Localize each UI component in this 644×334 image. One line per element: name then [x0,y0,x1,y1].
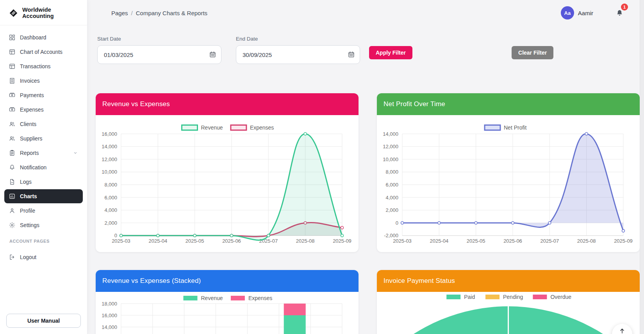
svg-text:Revenue: Revenue [201,124,223,131]
sidebar-item-notification[interactable]: Notification [4,160,83,174]
svg-text:2025-09: 2025-09 [614,238,633,244]
arrow-up-icon [619,327,626,334]
banknote-icon [9,106,16,113]
table-icon [9,63,16,70]
svg-text:2,000: 2,000 [104,220,117,226]
card-title: Revenue vs Expenses [102,100,170,108]
pie-chart: PaidPendingOverdue [377,292,640,334]
svg-text:2025-03: 2025-03 [112,238,130,244]
card-revenue-vs-expenses-stacked: Revenue vs Expenses (Stacked) 18,00016,0… [96,270,359,334]
bar-segment[interactable] [284,304,306,315]
banknote-icon [9,92,16,99]
sidebar-item-dashboard[interactable]: Dashboard [4,30,83,44]
sidebar-item-chart-of-accounts[interactable]: Chart of Accounts [4,45,83,59]
gem-icon [9,8,18,18]
svg-text:4,000: 4,000 [385,195,398,201]
sidebar-item-reports[interactable]: Reports [4,146,83,160]
svg-text:Paid: Paid [464,294,475,300]
apply-filter-button[interactable]: Apply Filter [369,46,412,59]
line-chart: 14,00012,00010,0008,0006,0004,0002,0000-… [377,115,640,250]
sidebar-item-charts[interactable]: Charts [4,189,83,203]
bar-segment[interactable] [284,315,306,334]
legend-item[interactable]: Paid [446,294,475,300]
avatar-initials: Aa [564,10,571,16]
breadcrumb: Pages / Company Charts & Reports [111,10,207,16]
sidebar-item-label: Dashboard [20,35,46,41]
legend-item[interactable]: Pending [485,294,523,300]
filter-bar: Start Date End Date Apply Filter Clear F… [97,36,644,64]
sidebar-item-invoices[interactable]: Invoices [4,74,83,88]
legend-item[interactable]: Expenses [231,124,274,131]
start-date-group: Start Date [97,36,221,64]
legend-item[interactable]: Overdue [533,294,571,300]
sidebar-item-label: Transactions [20,64,50,69]
sidebar-item-logs[interactable]: Logs [4,175,83,189]
svg-text:2025-09: 2025-09 [333,238,351,244]
bell-icon [9,164,16,171]
brand: Worldwide Accounting [0,0,87,25]
gear-icon [9,222,16,229]
stacked-bar-chart: 18,00016,00014,00012,00010,0008,0006,000… [96,292,359,334]
user-manual-button[interactable]: User Manual [6,314,81,328]
card-header: Net Profit Over Time [377,93,640,115]
svg-text:8,000: 8,000 [104,182,117,188]
end-date-input[interactable] [236,45,360,64]
bar-chart-icon [9,193,16,200]
sidebar-item-label: Notification [20,165,46,171]
legend-item[interactable]: Net Profit [485,124,526,131]
card-title: Net Profit Over Time [384,100,445,108]
svg-text:4,000: 4,000 [104,207,117,213]
legend-item[interactable]: Revenue [182,124,223,131]
legend-item[interactable]: Revenue [184,295,223,301]
charts-grid: Revenue vs Expenses 16,00014,00012,00010… [96,93,644,334]
sidebar-item-logout[interactable]: Logout [4,250,83,264]
report-icon [9,149,16,156]
invoice-status-pie-chart: PaidPendingOverdue [377,292,640,334]
users-icon [9,121,16,128]
calendar-icon[interactable] [209,51,216,58]
avatar[interactable]: Aa [561,6,574,20]
sidebar-item-settings[interactable]: Settings [4,218,83,232]
start-date-input[interactable] [97,45,221,64]
sidebar-item-payments[interactable]: Payments [4,88,83,102]
sidebar-item-expenses[interactable]: Expenses [4,103,83,117]
calendar-icon[interactable] [348,51,355,58]
table-icon [9,48,16,55]
breadcrumb-section[interactable]: Pages [111,10,128,16]
sidebar-item-label: Logout [20,254,36,260]
card-revenue-vs-expenses: Revenue vs Expenses 16,00014,00012,00010… [96,93,359,252]
svg-text:2025-06: 2025-06 [503,238,522,244]
sidebar-item-suppliers[interactable]: Suppliers [4,131,83,146]
sidebar-item-label: Settings [20,222,39,228]
svg-text:16,000: 16,000 [102,313,117,318]
dashboard-icon [9,34,16,41]
chevron-down-icon [72,150,78,156]
svg-text:16,000: 16,000 [102,131,117,137]
sidebar-item-transactions[interactable]: Transactions [4,59,83,73]
card-header: Invoice Payment Status [377,270,640,292]
svg-text:12,000: 12,000 [383,144,398,149]
svg-text:12,000: 12,000 [102,156,117,162]
clear-filter-button[interactable]: Clear Filter [512,46,553,59]
svg-text:10,000: 10,000 [102,169,117,175]
sidebar-item-label: Payments [20,92,44,98]
topbar: Pages / Company Charts & Reports Aa Aami… [87,0,644,20]
main-content: Pages / Company Charts & Reports Aa Aami… [87,0,644,334]
svg-text:2025-06: 2025-06 [222,238,241,244]
svg-text:Pending: Pending [503,294,523,300]
legend-item[interactable]: Expenses [231,295,272,301]
sidebar-item-clients[interactable]: Clients [4,117,83,131]
logout-icon [9,254,16,261]
svg-text:Overdue: Overdue [550,294,571,300]
svg-text:8,000: 8,000 [385,169,398,175]
notification-bell-button[interactable]: 1 [615,9,624,17]
svg-text:Revenue: Revenue [201,295,223,301]
user-name[interactable]: Aamir [578,10,593,16]
svg-text:2025-08: 2025-08 [577,238,596,244]
sidebar-item-profile[interactable]: Profile [4,204,83,218]
card-title: Invoice Payment Status [384,277,455,285]
end-date-group: End Date [236,36,360,64]
notification-badge: 1 [621,4,628,11]
scrollbar[interactable] [640,0,644,334]
sidebar-item-label: Clients [20,121,36,127]
